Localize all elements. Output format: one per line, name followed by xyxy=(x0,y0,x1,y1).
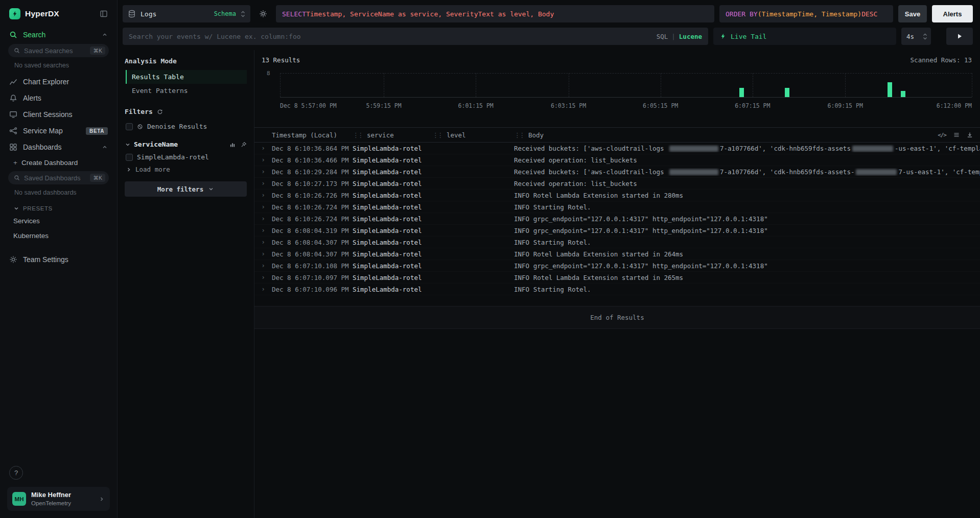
row-service: SimpleLambda-rotel xyxy=(353,192,432,199)
column-drag-handle[interactable]: ⋮⋮ xyxy=(353,131,362,139)
table-row[interactable]: › Dec 8 6:10:26.726 PM SimpleLambda-rote… xyxy=(254,190,980,201)
sidebar-item-alerts[interactable]: Alerts xyxy=(5,90,112,106)
preset-services[interactable]: Services xyxy=(5,214,112,228)
saved-searches-input[interactable] xyxy=(24,47,86,55)
user-menu[interactable]: MH Mike Heffner OpenTelemetry xyxy=(7,487,110,511)
table-row[interactable]: › Dec 8 6:07:10.108 PM SimpleLambda-rote… xyxy=(254,260,980,272)
facet-value-option[interactable]: SimpleLambda-rotel xyxy=(125,151,247,163)
row-expand-icon[interactable]: › xyxy=(254,227,272,234)
histogram-bar[interactable] xyxy=(901,91,905,97)
table-row[interactable]: › Dec 8 6:10:36.466 PM SimpleLambda-rote… xyxy=(254,154,980,166)
column-drag-handle[interactable]: ⋮⋮ xyxy=(432,131,442,139)
sidebar-item-search[interactable]: Search xyxy=(5,27,112,43)
facet-checkbox[interactable] xyxy=(126,154,133,161)
help-icon: ? xyxy=(14,469,18,477)
row-service: SimpleLambda-rotel xyxy=(353,239,432,246)
table-row[interactable]: › Dec 8 6:08:04.307 PM SimpleLambda-rote… xyxy=(254,248,980,260)
histogram-bar[interactable] xyxy=(739,88,744,97)
table-row[interactable]: › Dec 8 6:08:04.307 PM SimpleLambda-rote… xyxy=(254,237,980,248)
source-settings-button[interactable] xyxy=(255,5,271,22)
sidebar-item-dashboards[interactable]: Dashboards xyxy=(5,139,112,155)
facet-servicename[interactable]: ServiceName xyxy=(125,140,247,148)
denoise-results-option[interactable]: Denoise Results xyxy=(125,121,247,132)
column-header-timestamp[interactable]: Timestamp (Local) xyxy=(272,131,353,139)
sql-mode-option[interactable]: SQL xyxy=(657,33,668,40)
histogram-bar[interactable] xyxy=(888,82,892,97)
table-row[interactable]: › Dec 8 6:10:27.173 PM SimpleLambda-rote… xyxy=(254,178,980,190)
chart-x-axis: Dec 8 5:57:00 PM5:59:15 PM6:01:15 PM6:03… xyxy=(280,100,972,111)
row-timestamp: Dec 8 6:08:04.307 PM xyxy=(272,250,353,258)
mode-results-table[interactable]: Results Table xyxy=(126,70,247,84)
more-filters-button[interactable]: More filters xyxy=(125,181,247,197)
alerts-button[interactable]: Alerts xyxy=(932,5,973,22)
help-button[interactable]: ? xyxy=(9,466,23,480)
refresh-interval-select[interactable]: 4s xyxy=(901,28,931,45)
row-expand-icon[interactable]: › xyxy=(254,180,272,187)
sidebar-item-service-map[interactable]: Service Map BETA xyxy=(5,123,112,139)
table-row[interactable]: › Dec 8 6:07:10.096 PM SimpleLambda-rote… xyxy=(254,284,980,295)
table-actions: </> xyxy=(938,128,973,142)
row-expand-icon[interactable]: › xyxy=(254,145,272,152)
row-timestamp: Dec 8 6:10:26.726 PM xyxy=(272,192,353,199)
chevron-up-icon[interactable] xyxy=(102,144,108,150)
create-dashboard-button[interactable]: + Create Dashboard xyxy=(5,155,112,170)
results-histogram[interactable]: 8 Dec 8 5:57:00 PM5:59:15 PM6:01 xyxy=(262,70,972,111)
beta-badge: BETA xyxy=(86,127,108,135)
collapse-sidebar-icon[interactable] xyxy=(100,10,108,18)
table-row[interactable]: › Dec 8 6:10:26.724 PM SimpleLambda-rote… xyxy=(254,213,980,225)
row-expand-icon[interactable]: › xyxy=(254,156,272,163)
column-header-body[interactable]: ⋮⋮Body xyxy=(514,131,980,139)
table-row[interactable]: › Dec 8 6:07:10.097 PM SimpleLambda-rote… xyxy=(254,272,980,284)
row-density-icon[interactable] xyxy=(953,132,960,138)
row-expand-icon[interactable]: › xyxy=(254,286,272,293)
lucene-mode-option[interactable]: Lucene xyxy=(679,33,702,40)
stepper-arrows-icon[interactable] xyxy=(923,33,927,40)
row-expand-icon[interactable]: › xyxy=(254,250,272,257)
save-button[interactable]: Save xyxy=(898,5,927,22)
run-query-button[interactable] xyxy=(946,28,973,45)
row-body: INFO Starting Rotel. xyxy=(514,286,980,293)
denoise-checkbox[interactable] xyxy=(126,123,133,130)
row-expand-icon[interactable]: › xyxy=(254,262,272,269)
preset-kubernetes[interactable]: Kubernetes xyxy=(5,228,112,243)
row-expand-icon[interactable]: › xyxy=(254,239,272,246)
histogram-bar[interactable] xyxy=(785,88,789,97)
filters-header: Filters xyxy=(125,108,247,115)
sidebar-item-label: Team Settings xyxy=(23,255,68,264)
row-expand-icon[interactable]: › xyxy=(254,203,272,210)
row-expand-icon[interactable]: › xyxy=(254,168,272,175)
chevron-up-icon[interactable] xyxy=(102,32,108,38)
download-icon[interactable] xyxy=(967,132,973,138)
table-row[interactable]: › Dec 8 6:10:36.864 PM SimpleLambda-rote… xyxy=(254,143,980,154)
redacted-text xyxy=(852,146,893,152)
saved-dashboards-input[interactable] xyxy=(24,174,86,182)
mode-event-patterns[interactable]: Event Patterns xyxy=(126,84,247,98)
code-view-icon[interactable]: </> xyxy=(938,132,946,138)
chevron-down-icon xyxy=(125,142,131,148)
order-by-input[interactable]: ORDER BY (TimestampTime, Timestamp) DESC xyxy=(719,5,893,22)
select-query-input[interactable]: SELECT Timestamp, ServiceName as service… xyxy=(276,5,714,22)
table-row[interactable]: › Dec 8 6:08:04.319 PM SimpleLambda-rote… xyxy=(254,225,980,237)
search-input[interactable] xyxy=(129,33,652,40)
source-select[interactable]: Logs Schema xyxy=(123,5,250,22)
table-row[interactable]: › Dec 8 6:10:29.284 PM SimpleLambda-rote… xyxy=(254,166,980,178)
saved-dashboards-search[interactable]: ⌘K xyxy=(8,171,109,184)
row-expand-icon[interactable]: › xyxy=(254,215,272,222)
presets-section-toggle[interactable]: PRESETS xyxy=(5,201,112,214)
column-header-level[interactable]: ⋮⋮level xyxy=(432,131,514,139)
saved-searches-search[interactable]: ⌘K xyxy=(8,44,109,57)
sidebar-item-chart-explorer[interactable]: Chart Explorer xyxy=(5,74,112,90)
row-expand-icon[interactable]: › xyxy=(254,274,272,281)
pin-icon[interactable] xyxy=(241,142,247,148)
sidebar-item-client-sessions[interactable]: Client Sessions xyxy=(5,106,112,123)
bar-chart-icon[interactable] xyxy=(229,142,236,148)
table-row[interactable]: › Dec 8 6:10:26.724 PM SimpleLambda-rote… xyxy=(254,201,980,213)
event-search[interactable]: SQL | Lucene xyxy=(123,28,708,45)
row-expand-icon[interactable]: › xyxy=(254,192,272,199)
load-more[interactable]: Load more xyxy=(125,163,247,173)
live-tail-button[interactable]: Live Tail xyxy=(713,28,896,45)
sidebar-item-team-settings[interactable]: Team Settings xyxy=(5,251,112,268)
column-header-service[interactable]: ⋮⋮service xyxy=(353,131,432,139)
refresh-icon[interactable] xyxy=(157,109,163,115)
column-drag-handle[interactable]: ⋮⋮ xyxy=(514,131,524,139)
